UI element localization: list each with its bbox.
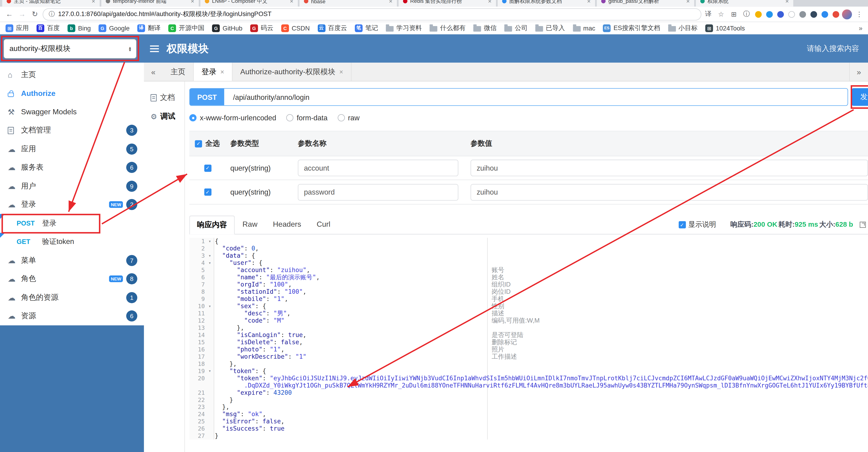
- show-desc-checkbox[interactable]: ✓: [678, 221, 685, 228]
- browser-tab[interactable]: 主页 - 温故知新笔记×: [2, 0, 100, 7]
- reload-button[interactable]: ↻: [30, 10, 40, 19]
- hamburger-icon[interactable]: [150, 45, 159, 52]
- bookmark-item[interactable]: 已导入: [535, 24, 565, 32]
- sidebar-endpoint-post[interactable]: POST登录: [0, 214, 144, 232]
- browser-menu-icon[interactable]: ⋮: [855, 10, 864, 18]
- browser-tab[interactable]: 权限系统×: [696, 0, 793, 7]
- browser-tab[interactable]: hbase×: [300, 0, 397, 7]
- site-info-icon[interactable]: ⓘ: [49, 10, 55, 19]
- tab-close-icon[interactable]: ×: [220, 68, 224, 76]
- bookmark-item[interactable]: ⊞1024Tools: [705, 24, 745, 32]
- extension-icon-3[interactable]: [777, 11, 784, 18]
- sidebar-item-应用[interactable]: ☁应用5: [0, 140, 144, 158]
- body-type-option[interactable]: form-data: [286, 114, 328, 122]
- extension-icon-1[interactable]: [755, 11, 762, 18]
- browser-tab[interactable]: LNMP - Composer 中文×: [200, 0, 298, 7]
- nav-文档[interactable]: 文档: [144, 88, 184, 107]
- tab-close-icon[interactable]: ×: [389, 0, 393, 4]
- sidebar-item-用户[interactable]: ☁用户9: [0, 177, 144, 196]
- response-tab[interactable]: Raw: [235, 216, 265, 234]
- bookmark-item[interactable]: bBing: [68, 24, 91, 32]
- extension-icon-6[interactable]: [810, 11, 817, 18]
- show-desc-toggle[interactable]: ✓ 显示说明: [678, 220, 716, 229]
- response-tab[interactable]: Curl: [309, 216, 338, 234]
- bookmark-item[interactable]: mac: [573, 25, 595, 31]
- extension-icon-4[interactable]: [788, 11, 795, 18]
- send-button[interactable]: 发送: [851, 88, 868, 106]
- fold-arrow-icon[interactable]: ▾: [206, 368, 214, 375]
- fold-arrow-icon[interactable]: ▾: [206, 303, 214, 310]
- profile-avatar[interactable]: [842, 9, 852, 19]
- sidebar-item-角色的资源[interactable]: ☁角色的资源1: [0, 288, 144, 307]
- fold-arrow-icon[interactable]: ▾: [206, 252, 214, 259]
- tabs-expand-icon[interactable]: »: [849, 63, 868, 81]
- response-tab[interactable]: 响应内容: [189, 216, 235, 234]
- extension-icon-7[interactable]: [822, 11, 828, 18]
- param-name-input[interactable]: account: [298, 160, 458, 176]
- row-checkbox[interactable]: ✓: [204, 164, 211, 172]
- module-select[interactable]: authority-权限模块 ▲▼: [3, 39, 137, 59]
- extension-icon-8[interactable]: [833, 11, 839, 18]
- bookmark-item[interactable]: 小目标: [668, 24, 698, 32]
- tab-close-icon[interactable]: ×: [191, 0, 194, 4]
- sidebar-item-authorize[interactable]: Authorize: [0, 84, 144, 103]
- tab-close-icon[interactable]: ×: [686, 0, 690, 4]
- bookmark-item[interactable]: 译翻译: [137, 24, 161, 32]
- tab-close-icon[interactable]: ×: [290, 0, 293, 4]
- nav-调试[interactable]: ⚙调试: [144, 107, 184, 126]
- bookmark-item[interactable]: CCSDN: [281, 24, 310, 32]
- bookmark-item[interactable]: 什么都有: [430, 24, 466, 32]
- doc-tab[interactable]: 登录×: [194, 63, 232, 81]
- back-button[interactable]: ←: [4, 10, 14, 19]
- bookmark-item[interactable]: ESES搜索引擎文档: [603, 24, 660, 32]
- browser-tab[interactable]: temporary-interior 前端×: [101, 0, 199, 7]
- bookmark-item[interactable]: 笔笔记: [355, 24, 378, 32]
- bookmark-item[interactable]: 公司: [504, 24, 527, 32]
- bookmark-item[interactable]: ⊞应用: [6, 24, 29, 32]
- forward-button[interactable]: →: [17, 10, 27, 19]
- translate-icon[interactable]: 译: [704, 9, 712, 19]
- sidebar-endpoint-get[interactable]: GET验证token: [0, 232, 144, 251]
- bookmark-item[interactable]: C开源中国: [168, 24, 204, 32]
- sidebar-item-主页[interactable]: ⌂主页: [0, 65, 144, 84]
- sidebar-item-菜单[interactable]: ☁菜单7: [0, 251, 144, 270]
- bookmark-item[interactable]: GGitHub: [212, 24, 242, 32]
- extension-icon-2[interactable]: [766, 11, 773, 18]
- tab-close-icon[interactable]: ×: [785, 0, 789, 4]
- header-search-input[interactable]: 请输入搜索内容: [807, 44, 859, 54]
- row-checkbox[interactable]: ✓: [204, 189, 211, 196]
- bookmark-item[interactable]: GGoogle: [99, 24, 130, 32]
- sidebar-item-资源[interactable]: ☁资源6: [0, 307, 144, 326]
- sidebar-item-服务表[interactable]: ☁服务表6: [0, 158, 144, 177]
- address-bar[interactable]: ⓘ 127.0.0.1:8760/api/gate/doc.html#/auth…: [42, 8, 701, 20]
- tab-close-icon[interactable]: ×: [587, 0, 591, 4]
- sidebar-item-角色[interactable]: ☁角色NEW8: [0, 270, 144, 288]
- sidebar-item-swagger models[interactable]: ⚒Swagger Models: [0, 103, 144, 121]
- param-value-input[interactable]: zuihou: [470, 183, 868, 200]
- bookmark-item[interactable]: 百百度: [36, 24, 60, 32]
- fold-arrow-icon[interactable]: ▾: [206, 259, 214, 266]
- response-tab[interactable]: Headers: [265, 216, 309, 234]
- browser-tab[interactable]: github_pass/文档解析×: [597, 0, 694, 7]
- fullscreen-icon[interactable]: [860, 222, 866, 228]
- tabs-collapse-icon[interactable]: «: [144, 63, 163, 81]
- tab-close-icon[interactable]: ×: [92, 0, 95, 4]
- bookmark-item[interactable]: G码云: [250, 24, 273, 32]
- browser-tab[interactable]: 图解权限系统参数文档×: [498, 0, 595, 7]
- bookmark-item[interactable]: 云百度云: [317, 24, 347, 32]
- doc-tab[interactable]: 主页: [163, 63, 194, 81]
- bookmarks-overflow-icon[interactable]: »: [859, 24, 862, 32]
- browser-tab[interactable]: Redis 集合实现排行榜×: [399, 0, 496, 7]
- select-all-checkbox[interactable]: ✓: [195, 140, 202, 147]
- bookmark-star-icon[interactable]: ☆: [717, 10, 725, 18]
- body-type-option[interactable]: raw: [338, 114, 360, 122]
- bookmark-item[interactable]: 学习资料: [386, 24, 422, 32]
- sidebar-item-文档管理[interactable]: 文档管理3: [0, 121, 144, 140]
- doc-tab[interactable]: Authorize-authority-权限模块×: [232, 63, 351, 81]
- bookmark-item[interactable]: 微信: [473, 24, 497, 32]
- body-type-option[interactable]: x-www-form-urlencoded: [189, 114, 276, 122]
- fold-arrow-icon[interactable]: ▾: [206, 238, 214, 245]
- side-panel-icon[interactable]: ⊞: [730, 10, 738, 18]
- info-icon[interactable]: ⓘ: [742, 9, 751, 19]
- tab-close-icon[interactable]: ×: [339, 68, 343, 76]
